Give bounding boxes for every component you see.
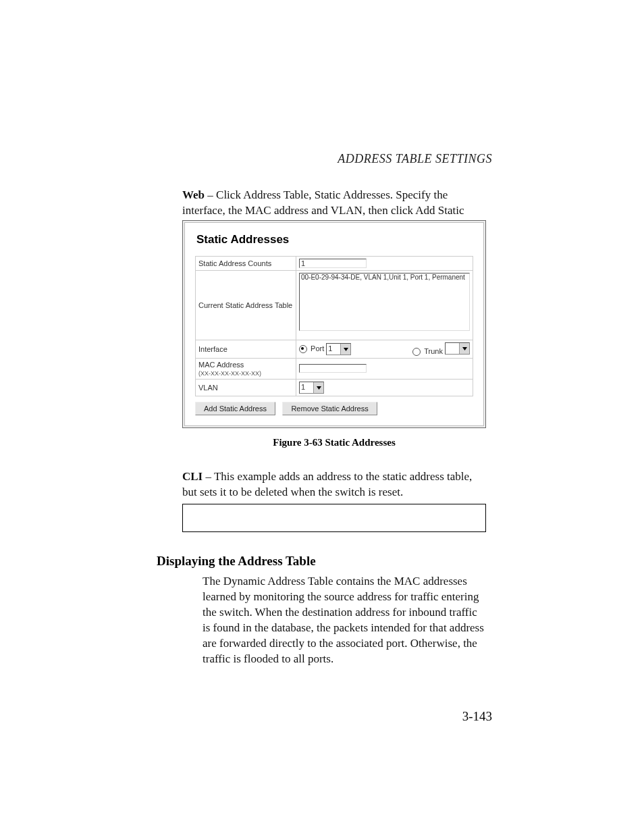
label-current-table: Current Static Address Table xyxy=(196,271,296,340)
panel-title: Static Addresses xyxy=(196,233,473,246)
chevron-down-icon xyxy=(340,344,350,355)
svg-marker-2 xyxy=(317,386,321,390)
row-vlan: VLAN 1 xyxy=(196,380,473,396)
trunk-group: Trunk xyxy=(412,342,470,356)
mac-input[interactable] xyxy=(299,364,367,373)
label-vlan: VLAN xyxy=(196,380,296,396)
row-mac: MAC Address (XX-XX-XX-XX-XX-XX) xyxy=(196,359,473,380)
chevron-down-icon xyxy=(313,382,323,393)
remove-static-address-button[interactable]: Remove Static Address xyxy=(282,402,377,415)
trunk-label: Trunk xyxy=(424,347,443,355)
port-group: Port 1 xyxy=(299,343,351,355)
list-item[interactable]: 00-E0-29-94-34-DE, VLAN 1,Unit 1, Port 1… xyxy=(301,273,468,282)
body-paragraph: The Dynamic Address Table contains the M… xyxy=(203,574,486,667)
cli-paragraph: CLI – This example adds an address to th… xyxy=(182,469,486,500)
row-current-table: Current Static Address Table 00-E0-29-94… xyxy=(196,271,473,340)
page-number: 3-143 xyxy=(462,709,492,724)
current-address-listbox[interactable]: 00-E0-29-94-34-DE, VLAN 1,Unit 1, Port 1… xyxy=(299,273,470,331)
label-mac: MAC Address (XX-XX-XX-XX-XX-XX) xyxy=(196,359,296,380)
running-header: ADDRESS TABLE SETTINGS xyxy=(338,152,492,166)
row-static-counts: Static Address Counts 1 xyxy=(196,257,473,271)
row-interface: Interface Port 1 xyxy=(196,340,473,359)
figure-caption: Figure 3-63 Static Addresses xyxy=(182,437,486,448)
trunk-radio[interactable] xyxy=(412,348,421,356)
label-interface: Interface xyxy=(196,340,296,359)
trunk-select[interactable] xyxy=(445,342,470,355)
web-label: Web xyxy=(182,188,205,201)
add-static-address-button[interactable]: Add Static Address xyxy=(195,402,275,415)
svg-marker-0 xyxy=(344,348,348,351)
static-addresses-panel: Static Addresses Static Address Counts 1… xyxy=(182,220,486,428)
label-static-counts: Static Address Counts xyxy=(196,257,296,271)
svg-marker-1 xyxy=(462,347,467,350)
port-label: Port xyxy=(311,344,324,353)
cli-label: CLI xyxy=(182,470,203,483)
port-select[interactable]: 1 xyxy=(326,343,351,355)
cli-example-box xyxy=(182,504,486,532)
cli-text: – This example adds an address to the st… xyxy=(182,470,472,498)
page: ADDRESS TABLE SETTINGS Web – Click Addre… xyxy=(0,0,644,834)
mac-hint: (XX-XX-XX-XX-XX-XX) xyxy=(198,370,261,377)
section-heading: Displaying the Address Table xyxy=(157,554,316,569)
form-table: Static Address Counts 1 Current Static A… xyxy=(195,256,473,396)
vlan-select[interactable]: 1 xyxy=(299,382,324,394)
static-counts-field: 1 xyxy=(299,259,367,268)
port-radio[interactable] xyxy=(299,345,307,353)
chevron-down-icon xyxy=(459,343,469,354)
